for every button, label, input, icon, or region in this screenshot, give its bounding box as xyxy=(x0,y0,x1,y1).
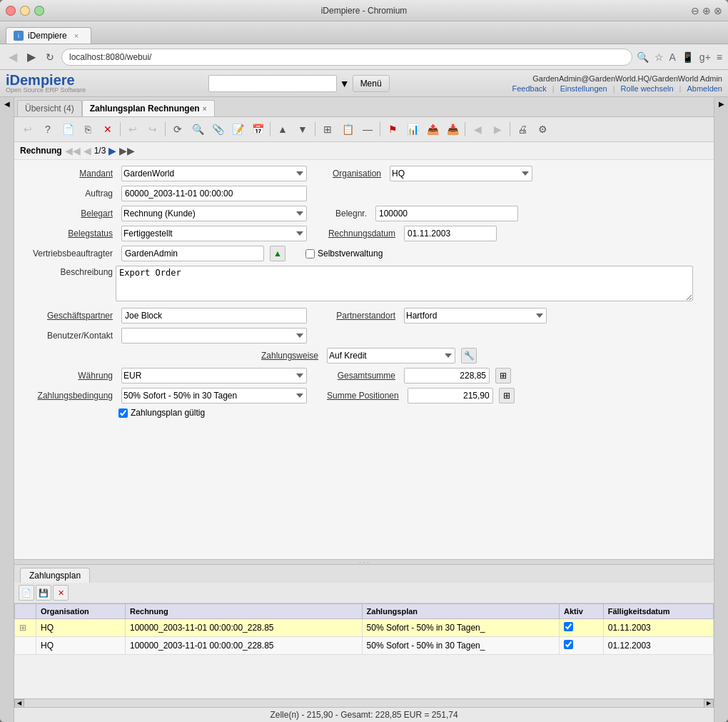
bookmark-icon[interactable]: ☆ xyxy=(654,51,664,63)
tb-chart-btn[interactable]: 📊 xyxy=(403,120,422,139)
selbstverwaltung-checkbox[interactable] xyxy=(305,249,315,259)
browser-tab-idempiere[interactable]: i iDempiere × xyxy=(6,27,91,44)
tb-up-btn[interactable]: ▲ xyxy=(273,120,292,139)
einstellungen-link[interactable]: Einstellungen xyxy=(560,84,607,93)
tb-redo-btn[interactable]: ↪ xyxy=(143,120,162,139)
nav-dropdown-btn[interactable]: ▼ xyxy=(340,78,350,89)
maximize-window-btn[interactable] xyxy=(34,6,44,16)
bt-save-btn[interactable]: 💾 xyxy=(36,585,51,601)
bt-delete-btn[interactable]: ✕ xyxy=(53,585,69,601)
auftrag-input[interactable] xyxy=(121,186,307,201)
col-header-rechnung[interactable]: Rechnung xyxy=(125,604,362,619)
tab-zahlungsplan[interactable]: Zahlungsplan Rechnungen × xyxy=(82,100,215,116)
menu-icon[interactable]: ≡ xyxy=(717,51,722,63)
close-window-btn[interactable] xyxy=(6,6,16,16)
zahlungsweise-select[interactable]: Auf Kredit xyxy=(327,348,455,363)
tb-ignore-btn[interactable]: ↩ xyxy=(19,120,37,139)
waehrung-select[interactable]: EUR xyxy=(121,368,307,383)
scroll-track[interactable] xyxy=(24,700,704,707)
col-header-zahlungsplan[interactable]: Zahlungsplan xyxy=(362,604,560,619)
search-icon[interactable]: 🔍 xyxy=(637,51,649,63)
record-prev-btn[interactable]: ◀ xyxy=(84,145,91,156)
aktiv-checkbox-2[interactable] xyxy=(564,640,573,649)
gesamtsumme-calc-btn[interactable]: ⊞ xyxy=(495,368,511,383)
tb-flag-btn[interactable]: ⚑ xyxy=(383,120,402,139)
gplus-icon[interactable]: g+ xyxy=(699,51,711,63)
belegstatus-select[interactable]: Fertiggestellt xyxy=(121,226,307,241)
zahlungsbedingung-select[interactable]: 50% Sofort - 50% in 30 Tagen xyxy=(121,388,307,403)
record-next-btn[interactable]: ▶ xyxy=(108,145,116,156)
tb-delete-btn[interactable]: ✕ xyxy=(98,120,117,139)
record-last-btn[interactable]: ▶▶ xyxy=(119,145,135,156)
tb-print-btn[interactable]: 🖨 xyxy=(513,120,532,139)
rolle-link[interactable]: Rolle wechseln xyxy=(621,84,674,93)
scrollbar-h[interactable]: ◀ ▶ xyxy=(14,698,714,707)
sidebar-left-toggle[interactable]: ◀ xyxy=(0,97,14,722)
tb-down-btn[interactable]: ▼ xyxy=(293,120,312,139)
tb-dash-btn[interactable]: — xyxy=(358,120,377,139)
tb-form-btn[interactable]: 📋 xyxy=(338,120,357,139)
record-first-btn[interactable]: ◀◀ xyxy=(65,145,81,156)
tab-overview[interactable]: Übersicht (4) xyxy=(17,100,82,116)
bt-new-btn[interactable]: 📄 xyxy=(19,585,34,601)
reload-btn[interactable]: ↻ xyxy=(43,50,57,64)
phone-icon[interactable]: 📱 xyxy=(682,51,694,63)
tab-zahlungsplan-bottom[interactable]: Zahlungsplan xyxy=(20,568,90,583)
browser-tab-close-btn[interactable]: × xyxy=(74,31,79,40)
rechnungsdatum-input[interactable] xyxy=(404,226,497,241)
benutzer-select[interactable] xyxy=(121,328,307,344)
table-row[interactable]: ⊞ HQ 100000_2003-11-01 00:00:00_228.85 5… xyxy=(15,619,714,637)
tb-export-btn[interactable]: 📤 xyxy=(423,120,442,139)
tb-prev-page-btn[interactable]: ◀ xyxy=(468,120,487,139)
tb-calendar-btn[interactable]: 📅 xyxy=(248,120,267,139)
tb-next-page-btn[interactable]: ▶ xyxy=(488,120,507,139)
zahlungsplan-gueltig-checkbox[interactable] xyxy=(118,408,128,418)
zahlungsweise-btn[interactable]: 🔧 xyxy=(461,348,477,363)
row-aktiv-2[interactable] xyxy=(560,637,604,655)
summe-input[interactable] xyxy=(408,388,493,403)
forward-btn[interactable]: ▶ xyxy=(24,49,39,65)
tb-copy-btn[interactable]: ⎘ xyxy=(79,120,97,139)
menue-button[interactable]: Menü xyxy=(353,75,390,92)
mandant-select[interactable]: GardenWorld xyxy=(121,166,307,181)
tb-undo-btn[interactable]: ↩ xyxy=(123,120,142,139)
tb-note-btn[interactable]: 📝 xyxy=(228,120,247,139)
minimize-window-btn[interactable] xyxy=(20,6,30,16)
summe-calc-btn[interactable]: ⊞ xyxy=(499,388,515,403)
beschreibung-textarea[interactable] xyxy=(116,266,693,301)
tb-help-btn[interactable]: ? xyxy=(39,120,57,139)
tb-import-btn[interactable]: 📥 xyxy=(443,120,462,139)
min-icon[interactable]: ⊖ xyxy=(691,5,699,16)
tb-search-btn[interactable]: 🔍 xyxy=(188,120,207,139)
organisation-select[interactable]: HQ xyxy=(390,166,532,181)
col-header-organisation[interactable]: Organisation xyxy=(36,604,126,619)
feedback-link[interactable]: Feedback xyxy=(512,84,547,93)
tb-settings-btn[interactable]: ⚙ xyxy=(533,120,552,139)
sidebar-right-toggle[interactable]: ▶ xyxy=(714,97,728,722)
scroll-left-btn[interactable]: ◀ xyxy=(14,699,24,708)
tab-zahlungsplan-close[interactable]: × xyxy=(203,105,207,113)
url-input[interactable]: localhost:8080/webui/ xyxy=(61,49,632,66)
tb-refresh-btn[interactable]: ⟳ xyxy=(168,120,187,139)
close-icon[interactable]: ⊗ xyxy=(714,5,722,16)
aktiv-checkbox-1[interactable] xyxy=(564,622,573,631)
tb-attachment-btn[interactable]: 📎 xyxy=(208,120,227,139)
translate-icon[interactable]: A xyxy=(669,51,676,63)
back-btn[interactable]: ◀ xyxy=(6,49,20,65)
partnerstandort-select[interactable]: Hartford xyxy=(404,308,547,324)
vertrieb-input[interactable] xyxy=(121,246,264,261)
abmelden-link[interactable]: Abmelden xyxy=(687,84,722,93)
tb-grid-btn[interactable]: ⊞ xyxy=(318,120,337,139)
row-aktiv-1[interactable] xyxy=(560,619,604,637)
gesamtsumme-input[interactable] xyxy=(404,368,490,383)
vertrieb-lookup-btn[interactable]: ▲ xyxy=(270,246,285,261)
max-icon[interactable]: ⊕ xyxy=(702,5,711,16)
tb-new-btn[interactable]: 📄 xyxy=(59,120,77,139)
window-controls[interactable] xyxy=(6,6,44,16)
table-row[interactable]: HQ 100000_2003-11-01 00:00:00_228.85 50%… xyxy=(15,637,714,655)
nav-search-input[interactable] xyxy=(208,75,337,92)
col-header-faelligkeitsdatum[interactable]: Fälligkeitsdatum xyxy=(603,604,713,619)
scroll-right-btn[interactable]: ▶ xyxy=(704,699,714,708)
belegnr-input[interactable] xyxy=(375,206,518,221)
col-header-aktiv[interactable]: Aktiv xyxy=(560,604,604,619)
